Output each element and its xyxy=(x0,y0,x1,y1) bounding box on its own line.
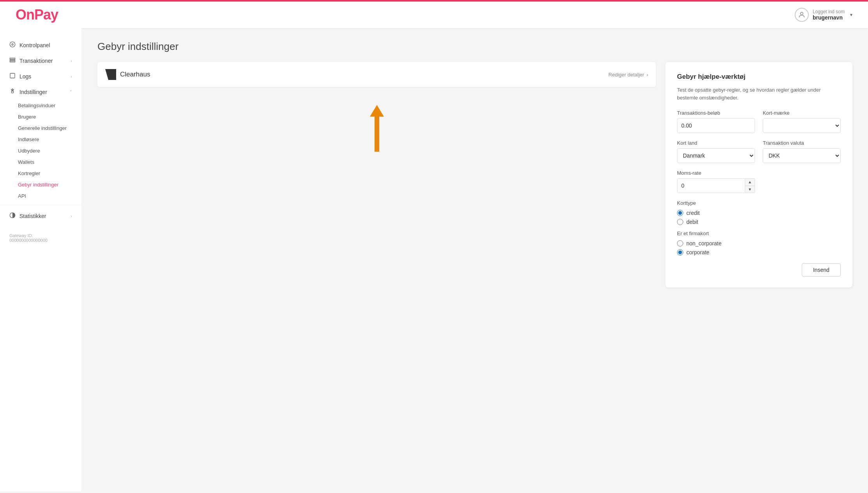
svg-rect-5 xyxy=(10,61,15,62)
sidebar-item-udbydere[interactable]: Udbydere xyxy=(18,145,81,156)
form-row-3: Moms-rate ▲ ▼ xyxy=(677,170,841,193)
form-row-1: Transaktions-beløb Kort-mærke xyxy=(677,110,841,133)
transaktion-valuta-select[interactable]: DKK xyxy=(763,148,841,163)
user-avatar-icon xyxy=(795,8,809,22)
rediger-label: Rediger detaljer xyxy=(608,72,644,78)
transaktioner-chevron-icon: › xyxy=(71,59,72,63)
user-info: Logget ind som brugernavn xyxy=(813,9,845,21)
korttype-debit-option[interactable]: debit xyxy=(677,219,841,225)
statistikker-chevron-icon: › xyxy=(71,214,72,218)
moms-rate-group: Moms-rate ▲ ▼ xyxy=(677,170,755,193)
moms-rate-input[interactable] xyxy=(677,178,745,193)
firmakort-non-corporate-option[interactable]: non_corporate xyxy=(677,240,841,247)
arrow-indicator xyxy=(97,93,656,156)
main-content-area: Gebyr indstillinger Clearhaus Rediger de… xyxy=(82,28,868,491)
logs-chevron-icon: › xyxy=(71,74,72,79)
svg-rect-6 xyxy=(10,73,15,78)
sidebar-item-betalingsvinduer[interactable]: Betalingsvinduer xyxy=(18,100,81,111)
svg-marker-10 xyxy=(370,105,384,152)
main-panel: Clearhaus Rediger detaljer › xyxy=(97,62,656,287)
moms-rate-increment-button[interactable]: ▲ xyxy=(745,179,755,186)
transaktioner-icon xyxy=(9,57,16,65)
kort-maerke-select[interactable] xyxy=(763,118,841,133)
sidebar-item-api[interactable]: API xyxy=(18,190,81,202)
sidebar-item-label: Indstillinger xyxy=(19,89,47,95)
moms-rate-wrapper: ▲ ▼ xyxy=(677,178,755,193)
indstillinger-submenu: Betalingsvinduer Brugere Generelle indst… xyxy=(0,100,81,202)
svg-rect-4 xyxy=(10,60,15,61)
gebyr-helper-panel: Gebyr hjælpe-værktøj Test de opsatte geb… xyxy=(665,62,852,287)
logs-icon xyxy=(9,73,16,80)
moms-rate-spin-buttons: ▲ ▼ xyxy=(745,178,755,193)
svg-rect-3 xyxy=(10,58,15,59)
sidebar-item-logs[interactable]: Logs › xyxy=(0,69,81,84)
rediger-detaljer-button[interactable]: Rediger detaljer › xyxy=(608,72,648,78)
gateway-id: Gateway ID: 0000000000000000 xyxy=(0,224,81,243)
insend-button[interactable]: Insend xyxy=(802,263,841,277)
clearhaus-logo: Clearhaus xyxy=(105,69,150,80)
sidebar-item-statistikker[interactable]: Statistikker › xyxy=(0,208,81,224)
sidebar-item-kontrolpanel[interactable]: Kontrolpanel xyxy=(0,37,81,53)
korttype-debit-radio[interactable] xyxy=(677,219,683,225)
panel-title: Gebyr hjælpe-værktøj xyxy=(677,73,841,81)
sidebar-item-label: Logs xyxy=(19,73,31,80)
korttype-label: Korttype xyxy=(677,200,841,206)
korttype-debit-label: debit xyxy=(686,219,698,225)
sidebar-item-generelle[interactable]: Generelle indstillinger xyxy=(18,122,81,134)
moms-rate-label: Moms-rate xyxy=(677,170,755,176)
firmakort-corporate-option[interactable]: corporate xyxy=(677,249,841,255)
transaktion-valuta-label: Transaktion valuta xyxy=(763,140,841,146)
firmakort-non-corporate-radio[interactable] xyxy=(677,240,683,247)
sidebar-item-label: Transaktioner xyxy=(19,58,53,64)
kort-maerke-group: Kort-mærke xyxy=(763,110,841,133)
sidebar: Kontrolpanel Transaktioner › Logs › Inds… xyxy=(0,28,82,491)
user-menu[interactable]: Logget ind som brugernavn ▾ xyxy=(795,8,852,22)
transaktion-valuta-group: Transaktion valuta DKK xyxy=(763,140,841,163)
indstillinger-chevron-icon: ˅ xyxy=(70,90,72,95)
sidebar-item-brugere[interactable]: Brugere xyxy=(18,111,81,122)
clearhaus-shape-icon xyxy=(105,69,116,80)
svg-point-0 xyxy=(801,12,803,15)
clearhaus-name: Clearhaus xyxy=(120,71,150,78)
sidebar-divider xyxy=(0,205,81,205)
firmakort-corporate-radio[interactable] xyxy=(677,249,683,255)
kort-land-group: Kort land Danmark xyxy=(677,140,755,163)
kort-land-label: Kort land xyxy=(677,140,755,146)
korttype-credit-radio[interactable] xyxy=(677,210,683,216)
content-area: Clearhaus Rediger detaljer › Gebyr hjælp xyxy=(97,62,852,287)
topbar: OnPay Logget ind som brugernavn ▾ xyxy=(0,0,868,28)
form-row-2: Kort land Danmark Transaktion valuta DKK xyxy=(677,140,841,163)
transaktions-belob-input[interactable] xyxy=(677,118,755,133)
sidebar-item-kortregler[interactable]: Kortregler xyxy=(18,168,81,179)
page-title: Gebyr indstillinger xyxy=(97,41,852,53)
svg-point-1 xyxy=(10,42,15,47)
sidebar-item-wallets[interactable]: Wallets xyxy=(18,156,81,168)
firmakort-radio-group: non_corporate corporate xyxy=(677,240,841,255)
sidebar-item-gebyr[interactable]: Gebyr indstillinger xyxy=(18,179,81,190)
korttype-credit-label: credit xyxy=(686,210,700,216)
sidebar-item-label: Kontrolpanel xyxy=(19,42,50,48)
svg-point-7 xyxy=(11,91,13,93)
sidebar-item-indstillinger[interactable]: Indstillinger ˅ xyxy=(0,84,81,100)
user-menu-chevron-icon: ▾ xyxy=(850,12,852,18)
upward-arrow-icon xyxy=(370,105,384,152)
panel-description: Test de opsatte gebyr-regler, og se hvor… xyxy=(677,86,841,101)
svg-marker-9 xyxy=(105,69,116,80)
korttype-credit-option[interactable]: credit xyxy=(677,210,841,216)
kontrolpanel-icon xyxy=(9,41,16,49)
firmakort-non-corporate-label: non_corporate xyxy=(686,240,721,247)
korttype-radio-group: credit debit xyxy=(677,210,841,225)
sidebar-item-transaktioner[interactable]: Transaktioner › xyxy=(0,53,81,69)
transaktions-belob-group: Transaktions-beløb xyxy=(677,110,755,133)
moms-rate-decrement-button[interactable]: ▼ xyxy=(745,186,755,193)
sidebar-item-indlosere[interactable]: Indløsere xyxy=(18,134,81,145)
svg-point-2 xyxy=(12,44,13,45)
layout: Kontrolpanel Transaktioner › Logs › Inds… xyxy=(0,28,868,491)
clearhaus-card: Clearhaus Rediger detaljer › xyxy=(97,62,656,87)
kort-land-select[interactable]: Danmark xyxy=(677,148,755,163)
firmakort-label: Er et firmakort xyxy=(677,231,841,236)
sidebar-item-label: Statistikker xyxy=(19,213,46,219)
logo: OnPay xyxy=(16,7,58,23)
statistikker-icon xyxy=(9,212,16,220)
logged-in-label: Logget ind som xyxy=(813,9,845,14)
